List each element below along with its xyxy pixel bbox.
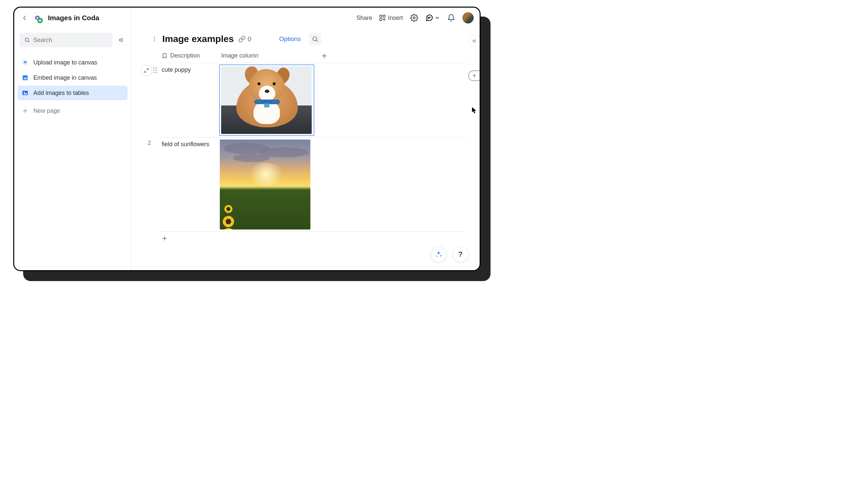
add-comment-button[interactable]: +	[468, 70, 480, 81]
svg-point-32	[156, 69, 157, 70]
image-thumbnail	[221, 66, 312, 134]
svg-line-11	[28, 41, 29, 42]
table-block: Image examples 0 Options Description	[151, 33, 466, 245]
link-count-value: 0	[248, 35, 251, 43]
column-label: Description	[170, 52, 200, 59]
sidebar-item-upload[interactable]: Upload image to canvas	[17, 55, 128, 70]
svg-line-24	[316, 40, 318, 42]
svg-point-16	[24, 92, 25, 93]
svg-point-29	[153, 67, 155, 68]
image-thumbnail	[220, 140, 310, 230]
main-content: + Image examples 0 Options	[131, 8, 480, 270]
svg-rect-13	[23, 75, 28, 80]
svg-point-22	[154, 40, 155, 41]
sidebar-item-label: Add images to tables	[34, 90, 89, 96]
row-gutter	[141, 63, 158, 76]
row-index: 2	[148, 137, 151, 146]
svg-point-34	[156, 72, 157, 73]
data-table: Description Image column	[160, 49, 466, 245]
cell-image[interactable]	[219, 139, 314, 230]
link-icon	[238, 35, 245, 43]
cell-image[interactable]	[219, 65, 314, 136]
search-input[interactable]	[34, 37, 108, 44]
drag-handle-icon[interactable]	[153, 65, 157, 73]
svg-point-21	[154, 39, 155, 40]
table-options-button[interactable]: Options	[279, 35, 301, 43]
expand-row-button[interactable]	[141, 65, 152, 76]
plus-icon	[22, 107, 29, 115]
search-icon	[24, 37, 30, 43]
column-header-image[interactable]: Image column	[219, 52, 314, 59]
sidebar-item-embed[interactable]: Embed image in canvas	[17, 70, 128, 85]
collapse-sidebar-button[interactable]	[116, 35, 125, 45]
sidebar-item-tables[interactable]: Add images to tables	[17, 86, 128, 100]
svg-point-33	[153, 72, 155, 73]
mouse-cursor-icon	[472, 107, 477, 114]
cell-description[interactable]: cute puppy	[160, 65, 219, 75]
sidebar-item-label: Upload image to canvas	[34, 59, 97, 66]
svg-point-30	[156, 67, 157, 68]
svg-point-20	[154, 37, 155, 38]
app-window: Images in Coda Share Insert	[13, 6, 481, 271]
search-input-wrap[interactable]	[19, 33, 112, 47]
table-menu-button[interactable]	[151, 36, 158, 42]
embed-image-icon	[22, 74, 29, 81]
column-label: Image column	[221, 52, 258, 59]
table-row[interactable]: cute puppy	[160, 63, 466, 137]
ai-assistant-button[interactable]	[431, 246, 446, 262]
bookmark-icon	[162, 53, 168, 59]
new-page-button[interactable]: New page	[17, 104, 128, 118]
cell-description[interactable]: field of sunflowers	[160, 139, 219, 150]
add-column-button[interactable]	[314, 53, 334, 59]
table-title[interactable]: Image examples	[162, 34, 234, 44]
table-search-button[interactable]	[309, 33, 321, 45]
upload-image-icon	[22, 59, 29, 66]
table-row[interactable]: field of sunflowers	[160, 137, 466, 232]
table-image-icon	[22, 89, 29, 96]
sidebar: Upload image to canvas Embed image in ca…	[14, 8, 131, 270]
table-link-count[interactable]: 0	[238, 35, 251, 43]
collapse-right-panel-button[interactable]	[468, 35, 480, 47]
svg-point-31	[153, 69, 155, 70]
add-row-button[interactable]	[160, 232, 466, 245]
column-header-description[interactable]: Description	[160, 52, 219, 59]
sidebar-item-label: Embed image in canvas	[34, 75, 97, 81]
new-page-label: New page	[34, 107, 60, 115]
table-header: Description Image column	[160, 49, 466, 63]
sidebar-nav: Upload image to canvas Embed image in ca…	[14, 53, 131, 121]
help-button[interactable]: ?	[453, 246, 468, 262]
